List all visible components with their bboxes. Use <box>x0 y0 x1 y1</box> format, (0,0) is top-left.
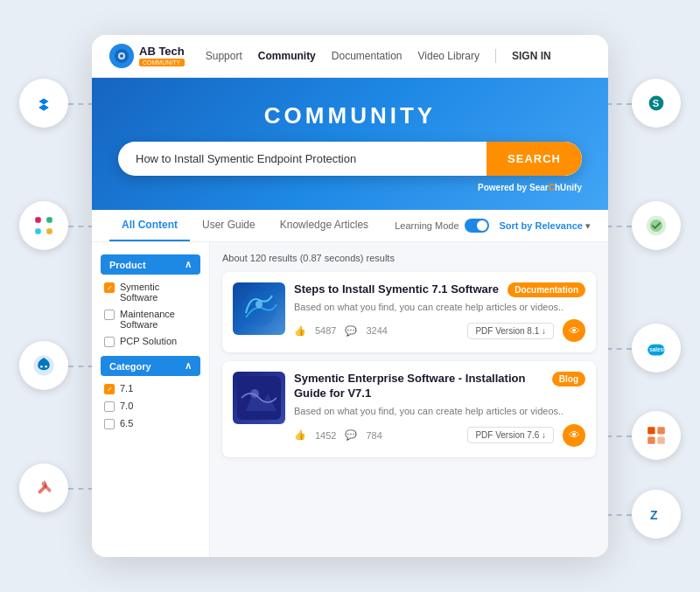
svg-rect-3 <box>46 217 52 223</box>
dropbox-icon <box>19 79 68 128</box>
nav-video-library[interactable]: Video Library <box>418 50 480 62</box>
eye-button-1[interactable]: 👁 <box>563 319 585 342</box>
svg-rect-17 <box>657 427 664 434</box>
result-body-2: Symentic Enterprise Software - Installat… <box>294 372 585 446</box>
filter-item-71[interactable]: ✓ 7.1 <box>101 383 200 394</box>
filter-item-pcp[interactable]: PCP Solution <box>101 336 200 347</box>
salesforce-icon: salesforce <box>632 324 681 373</box>
filter-checkbox-70[interactable] <box>104 401 115 412</box>
svg-rect-16 <box>648 427 654 434</box>
search-button[interactable]: SEARCH <box>486 142 582 176</box>
orange-grid-icon <box>632 411 681 460</box>
svg-point-7 <box>45 366 47 368</box>
zendesk-icon: Z <box>632 490 681 539</box>
result-desc-2: Based on what you find, you can create h… <box>294 405 585 418</box>
pdf-button-1[interactable]: PDF Version 8.1 ↓ <box>467 323 554 339</box>
sort-label: Sort by <box>500 220 533 231</box>
result-title-1: Steps to Install Symentic 7.1 Software <box>294 282 500 297</box>
svg-rect-19 <box>657 436 664 443</box>
comments-count-2: 784 <box>366 430 382 441</box>
nav-community[interactable]: Community <box>258 50 316 62</box>
results-area: About 120 results (0.87 seconds) results… <box>210 242 608 557</box>
category-filter-header[interactable]: Category ∧ <box>101 356 200 376</box>
svg-rect-2 <box>35 228 41 234</box>
tab-knowledge-articles[interactable]: Knowledge Articles <box>268 210 381 241</box>
chevron-up-icon: ∧ <box>185 259 192 270</box>
powered-by: Powered by SearChUnify <box>118 183 582 192</box>
like-icon-1: 👍 <box>294 325 306 337</box>
sort-by[interactable]: Sort by Relevance ▾ <box>500 220 591 232</box>
likes-count-2: 1452 <box>315 430 336 441</box>
filter-item-70[interactable]: 7.0 <box>101 400 200 412</box>
svg-text:S: S <box>653 98 660 108</box>
filter-checkbox-65[interactable] <box>104 419 115 429</box>
svg-text:Z: Z <box>650 508 658 522</box>
pdf-button-2[interactable]: PDF Version 7.6 ↓ <box>467 427 554 443</box>
sharepoint-icon: S <box>632 79 681 128</box>
svg-text:salesforce: salesforce <box>649 346 668 352</box>
main-card: AB Tech COMMUNITY Support Community Docu… <box>92 35 608 557</box>
chevron-up-icon-cat: ∧ <box>185 360 192 372</box>
result-card-1: Steps to Install Symentic 7.1 Software D… <box>222 272 596 352</box>
likes-count-1: 5487 <box>315 325 336 336</box>
logo: AB Tech COMMUNITY <box>109 44 185 68</box>
result-title-row-1: Steps to Install Symentic 7.1 Software D… <box>294 282 585 297</box>
hero-banner: COMMUNITY SEARCH Powered by SearChUnify <box>92 78 608 210</box>
like-icon-2: 👍 <box>294 429 306 441</box>
tabs-bar: All Content User Guide Knowledge Article… <box>92 210 608 242</box>
search-bar: SEARCH <box>118 142 582 176</box>
comments-count-1: 3244 <box>366 325 387 336</box>
svg-point-6 <box>40 366 43 368</box>
comment-icon-1: 💬 <box>345 325 357 337</box>
result-thumb-1 <box>233 282 285 335</box>
learning-mode-label: Learning Mode <box>395 220 458 231</box>
svg-point-24 <box>120 54 123 58</box>
result-meta-1: 👍 5487 💬 3244 PDF Version 8.1 ↓ 👁 <box>294 319 585 342</box>
results-count: About 120 results (0.87 seconds) results <box>222 253 596 263</box>
hero-title: COMMUNITY <box>118 102 582 129</box>
drupal-icon <box>19 341 68 390</box>
tab-user-guide[interactable]: User Guide <box>190 210 268 241</box>
nav-divider <box>495 49 496 63</box>
logo-icon <box>109 44 134 68</box>
svg-rect-4 <box>46 228 52 234</box>
green-circle-icon <box>632 201 681 250</box>
search-brand: SearChUnify <box>529 183 582 192</box>
result-card-2: Symentic Enterprise Software - Installat… <box>222 361 596 456</box>
result-badge-1: Documentation <box>508 282 585 297</box>
result-thumb-2 <box>233 372 285 424</box>
filter-item-65[interactable]: 6.5 <box>101 418 200 429</box>
tab-all-content[interactable]: All Content <box>109 210 190 241</box>
product-filter-header[interactable]: Product ∧ <box>101 254 200 275</box>
nav-bar: AB Tech COMMUNITY Support Community Docu… <box>92 35 608 78</box>
nav-links: Support Community Documentation Video Li… <box>206 49 591 63</box>
learning-mode-switch[interactable] <box>465 219 489 233</box>
search-input[interactable] <box>118 142 486 176</box>
filter-item-maintenance[interactable]: Maintenance Software <box>101 309 200 330</box>
filter-checkbox-pcp[interactable] <box>104 337 115 347</box>
content-area: Product ∧ ✓ Symentic Software Maintenanc… <box>92 242 608 557</box>
svg-rect-1 <box>35 217 41 223</box>
logo-text: AB Tech <box>139 45 185 57</box>
filter-checkbox-symentic[interactable]: ✓ <box>104 282 115 293</box>
result-body-1: Steps to Install Symentic 7.1 Software D… <box>294 282 585 342</box>
svg-point-26 <box>256 301 262 308</box>
logo-badge: COMMUNITY <box>139 59 185 66</box>
svg-rect-18 <box>648 436 654 443</box>
learning-mode-toggle: Learning Mode <box>395 219 488 233</box>
filter-checkbox-71[interactable]: ✓ <box>104 384 115 394</box>
slack-icon <box>19 201 68 250</box>
sort-value: Relevance <box>536 220 583 231</box>
sidebar-filters: Product ∧ ✓ Symentic Software Maintenanc… <box>92 242 210 557</box>
filter-checkbox-maintenance[interactable] <box>104 310 115 320</box>
result-title-row-2: Symentic Enterprise Software - Installat… <box>294 372 585 401</box>
result-title-2: Symentic Enterprise Software - Installat… <box>294 372 545 401</box>
eye-button-2[interactable]: 👁 <box>563 424 585 447</box>
result-badge-2: Blog <box>552 372 585 387</box>
nav-documentation[interactable]: Documentation <box>332 50 402 62</box>
nav-sign-in[interactable]: SIGN IN <box>512 50 551 62</box>
nav-support[interactable]: Support <box>206 50 242 62</box>
filter-item-symentic[interactable]: ✓ Symentic Software <box>101 282 200 303</box>
comment-icon-2: 💬 <box>345 429 357 441</box>
tool-icon <box>19 463 68 512</box>
